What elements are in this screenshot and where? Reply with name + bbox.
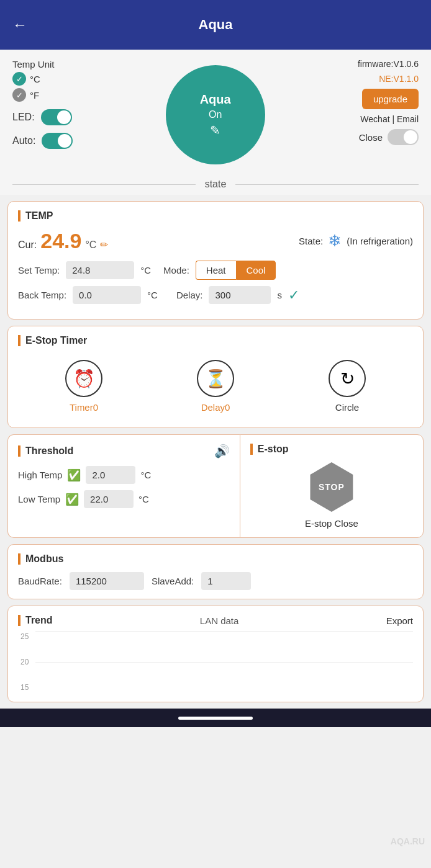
device-status: On <box>209 109 222 120</box>
trend-title: Trend <box>18 615 53 626</box>
temp-card-title: TEMP <box>18 210 413 221</box>
upgrade-button[interactable]: upgrade <box>362 89 419 109</box>
trend-y-labels: 25 20 15 <box>18 631 31 693</box>
grid-line-1 <box>35 631 413 632</box>
high-temp-input[interactable] <box>86 466 135 484</box>
firmware-label: firmware:V1.0.6 <box>358 59 419 69</box>
back-temp-unit: °C <box>147 290 158 300</box>
trend-card: Trend LAN data Export 25 20 15 <box>7 606 424 702</box>
high-temp-unit: °C <box>140 470 151 480</box>
high-temp-label: High Temp <box>18 470 62 480</box>
delay-item[interactable]: ⏳ Delay0 <box>197 360 234 413</box>
trend-chart: 25 20 15 <box>18 631 413 693</box>
app-header: ← Aqua <box>0 0 431 50</box>
back-temp-input[interactable] <box>73 286 141 304</box>
set-temp-input[interactable] <box>66 261 134 279</box>
fahrenheit-row[interactable]: ✓ °F <box>12 88 73 102</box>
wechat-email-label: Wechat | Email <box>360 114 419 124</box>
slave-add-label: SlaveAdd: <box>152 576 194 586</box>
cur-value: 24.9 <box>40 229 81 253</box>
device-circle[interactable]: Aqua On ✎ <box>166 65 265 164</box>
cur-label: Cur: <box>18 239 37 251</box>
cool-button[interactable]: Cool <box>236 261 276 280</box>
mode-label: Mode: <box>163 265 189 275</box>
estop-close-text: E-stop Close <box>305 518 358 529</box>
snowflake-icon: ❄ <box>328 231 342 251</box>
delay-label-estop: Delay0 <box>201 402 230 413</box>
estop-title: E-stop <box>250 444 289 455</box>
set-temp-label: Set Temp: <box>18 265 60 275</box>
auto-label: Auto: <box>12 135 35 146</box>
set-temp-unit: °C <box>140 265 151 275</box>
home-indicator <box>178 717 253 720</box>
low-temp-unit: °C <box>138 494 149 504</box>
slave-add-input[interactable] <box>201 572 251 590</box>
set-temp-row: Set Temp: °C Mode: Heat Cool <box>18 261 413 280</box>
low-temp-check: ✅ <box>65 493 79 506</box>
close-toggle[interactable] <box>388 129 419 145</box>
state-label: state <box>196 179 236 190</box>
modbus-card: Modbus BaudRate: SlaveAdd: <box>7 544 424 599</box>
low-temp-input[interactable] <box>84 490 134 508</box>
top-section: Temp Unit ✓ °C ✓ °F LED: Auto: <box>0 50 431 174</box>
trend-y-25: 25 <box>20 632 29 641</box>
cur-right: State: ❄ (In refrigeration) <box>299 231 413 251</box>
fahrenheit-label: °F <box>30 90 39 101</box>
led-knob <box>57 110 71 124</box>
ne-label: NE:V1.1.0 <box>379 74 419 84</box>
circle-label: Circle <box>335 402 359 413</box>
led-control: LED: <box>12 109 73 125</box>
fahrenheit-check: ✓ <box>12 88 26 102</box>
timer-item[interactable]: ⏰ Timer0 <box>65 360 102 413</box>
cur-edit-icon[interactable]: ✏ <box>100 239 108 251</box>
delay-unit: s <box>277 290 282 300</box>
estop-timer-card: E-Stop Timer ⏰ Timer0 ⏳ Delay0 ↻ Circle <box>7 326 424 428</box>
edit-icon[interactable]: ✎ <box>210 123 220 138</box>
timer-label: Timer0 <box>70 402 98 413</box>
led-toggle[interactable] <box>41 109 72 125</box>
cur-left: Cur: 24.9 °C ✏ <box>18 229 108 253</box>
left-controls: Temp Unit ✓ °C ✓ °F LED: Auto: <box>12 59 73 149</box>
circle-icon: ↻ <box>329 360 366 397</box>
cur-unit: °C <box>85 239 96 251</box>
trend-header: Trend LAN data Export <box>18 615 413 626</box>
estop-card: E-stop STOP E-stop Close <box>240 434 424 538</box>
bottom-bar <box>0 709 431 727</box>
auto-control: Auto: <box>12 133 73 149</box>
low-temp-row: Low Temp ✅ °C <box>18 490 230 508</box>
state-divider: state <box>0 174 431 195</box>
export-button[interactable]: Export <box>386 615 413 626</box>
threshold-estop-row: Threshold 🔊 High Temp ✅ °C Low Temp ✅ °C… <box>7 434 424 538</box>
circle-item[interactable]: ↻ Circle <box>329 360 366 413</box>
led-label: LED: <box>12 112 35 123</box>
threshold-card: Threshold 🔊 High Temp ✅ °C Low Temp ✅ °C <box>7 434 240 538</box>
delay-label: Delay: <box>176 290 203 300</box>
top-right: firmware:V1.0.6 NE:V1.1.0 upgrade Wechat… <box>358 59 419 145</box>
trend-y-20: 20 <box>20 658 29 666</box>
watermark: AQA.RU <box>391 836 425 846</box>
mode-buttons: Heat Cool <box>196 261 276 280</box>
delay-input[interactable] <box>209 286 271 304</box>
speaker-icon[interactable]: 🔊 <box>214 444 230 459</box>
back-temp-label: Back Temp: <box>18 290 66 300</box>
back-button[interactable]: ← <box>12 16 27 34</box>
high-temp-check: ✅ <box>67 468 81 482</box>
auto-toggle[interactable] <box>42 133 73 149</box>
timer-icon: ⏰ <box>65 360 102 397</box>
close-label: Close <box>359 132 383 143</box>
celsius-row[interactable]: ✓ °C <box>12 72 73 86</box>
lan-data-label: LAN data <box>200 615 239 626</box>
cur-row: Cur: 24.9 °C ✏ State: ❄ (In refrigeratio… <box>18 229 413 253</box>
close-knob <box>404 130 417 144</box>
trend-y-15: 15 <box>20 683 29 692</box>
trend-grid <box>35 631 413 693</box>
grid-line-2 <box>35 662 413 663</box>
baud-rate-input[interactable] <box>70 572 144 590</box>
celsius-label: °C <box>30 74 40 84</box>
estop-icons-row: ⏰ Timer0 ⏳ Delay0 ↻ Circle <box>18 354 413 419</box>
heat-button[interactable]: Heat <box>196 261 236 280</box>
stop-hexagon[interactable]: STOP <box>307 462 356 512</box>
state-label-temp: State: <box>299 236 323 246</box>
threshold-header: Threshold 🔊 <box>18 444 230 459</box>
delay-check-icon: ✓ <box>288 287 299 303</box>
